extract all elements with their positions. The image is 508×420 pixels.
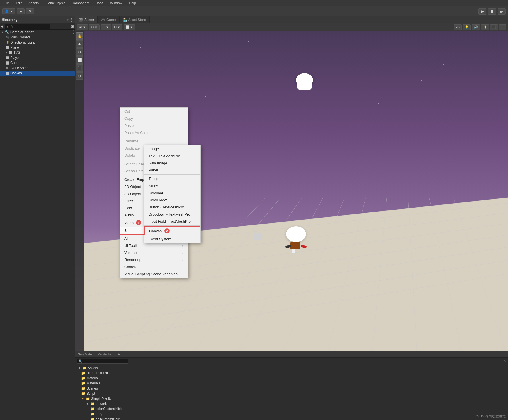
project-folder-halfcustomizible[interactable]: 📁 halfcustomizible (77, 417, 149, 420)
hierarchy-menu-icon[interactable]: ⋮ (70, 18, 73, 22)
hierarchy-item-cube[interactable]: ⬜ Cube (0, 60, 75, 65)
context-menu-paste-as-child[interactable]: Paste As Child (120, 129, 188, 136)
scene-tab-asset-label: Asset Store (128, 18, 146, 22)
submenu-panel[interactable]: Panel (144, 167, 200, 174)
scene-tab-asset-store[interactable]: 🏪 Asset Store (120, 16, 150, 23)
scene-render-btn[interactable]: ⬜▼ (124, 24, 135, 30)
submenu-button-tmp[interactable]: Button - TextMeshPro (144, 204, 200, 211)
hierarchy-add-btn[interactable]: + (1, 24, 3, 29)
scene-tool-hand[interactable]: ✋ (76, 32, 83, 40)
plane-icon: ⬜ (6, 46, 9, 49)
context-menu-rendering[interactable]: Rendering › (120, 256, 188, 263)
context-menu-visual-scripting[interactable]: Visual Scripting Scene Variables (120, 270, 188, 278)
submenu-dropdown-tmp[interactable]: Dropdown - TextMeshPro (144, 211, 200, 218)
submenu-scroll-view[interactable]: Scroll View (144, 196, 200, 204)
submenu-slider-label: Slider (149, 184, 158, 188)
project-folder-scenes[interactable]: 📁 Scenes (77, 386, 149, 391)
hierarchy-layout-icon[interactable]: ⊞ (71, 24, 74, 28)
cloud-button[interactable]: ☁ (17, 8, 25, 14)
menu-help[interactable]: Help (128, 1, 137, 6)
context-menu-ui-toolkit[interactable]: UI Toolkit › (120, 242, 188, 249)
context-menu-camera[interactable]: Camera (120, 263, 188, 270)
project-folder-material[interactable]: 📁 Material (77, 376, 149, 381)
scene-tool-combined[interactable]: ⚙ (76, 72, 83, 80)
menu-assets[interactable]: Assets (27, 1, 40, 6)
step-button[interactable]: ⏭ (498, 8, 506, 15)
scene-2d-btn[interactable]: 2D (454, 24, 462, 30)
submenu-canvas[interactable]: Canvas 2 (144, 226, 200, 235)
submenu-event-system-label: Event System (149, 237, 171, 241)
submenu-raw-image-label: Raw Image (149, 161, 167, 165)
scene-more-btn[interactable]: ⋮ (499, 24, 506, 30)
project-folder-materials[interactable]: 📁 Materials (77, 381, 149, 386)
scene-view[interactable]: ✋ ✚ ↺ ⬜ ⬛ ⚙ (75, 31, 508, 357)
hierarchy-item-directional-light[interactable]: 💡 Directional Light (0, 40, 75, 45)
volume-arrow: › (182, 251, 183, 255)
hierarchy-item-player[interactable]: ⬜ Player (0, 55, 75, 60)
scene-tool-rotate[interactable]: ↺ (76, 48, 83, 56)
submenu-canvas-label: Canvas (149, 229, 162, 233)
canvas-submenu-badge: 2 (164, 228, 170, 233)
submenu-raw-image[interactable]: Raw Image (144, 160, 200, 167)
project-folder-colorcustomizible[interactable]: 📁 colorCustomizible (77, 406, 149, 411)
paste-label: Paste (124, 123, 134, 128)
submenu-image[interactable]: Image (144, 145, 200, 152)
scene-cam-btn[interactable]: ⬛ (490, 24, 498, 30)
project-folder-gray[interactable]: 📁 gray (77, 411, 149, 417)
submenu-slider[interactable]: Slider (144, 182, 200, 189)
hierarchy-item-eventsystem[interactable]: ⚙ EventSystem (0, 65, 75, 71)
settings-button[interactable]: ⚙ (26, 8, 34, 14)
project-folder-boxophobic[interactable]: 📁 BOXOPHOBIC (77, 371, 149, 376)
hierarchy-item-main-camera[interactable]: 📷 Main Camera (0, 35, 75, 40)
scene-gizmo-btn[interactable]: ⚙▼ (89, 24, 100, 30)
submenu-event-system[interactable]: Event System (144, 235, 200, 243)
menu-gameobject[interactable]: GameObject (44, 1, 66, 6)
scene-view-btn[interactable]: 👁▼ (77, 24, 88, 30)
submenu-scrollbar[interactable]: Scrollbar (144, 189, 200, 196)
scene-snap-btn[interactable]: ⊟▼ (112, 24, 122, 30)
hierarchy-item-tvg[interactable]: ▶ ⬜ TVG (0, 50, 75, 55)
menu-component[interactable]: Component (70, 1, 90, 6)
project-folder-assets[interactable]: ▼ 📁 Assets (77, 365, 149, 371)
scene-tab-scene-icon: 🎬 (79, 18, 83, 22)
scene-tool-rect[interactable]: ⬛ (76, 64, 83, 72)
project-folder-script[interactable]: 📁 Script (77, 391, 149, 396)
account-button[interactable]: 👤 ▼ (2, 8, 15, 14)
context-menu-paste[interactable]: Paste (120, 122, 188, 129)
hierarchy-scene-menu[interactable]: ⋮ (72, 30, 75, 34)
context-menu-cut[interactable]: Cut (120, 108, 188, 115)
scene-tab-scene[interactable]: 🎬 Scene (75, 16, 98, 23)
boxophobic-folder-icon: 📁 (81, 371, 85, 375)
hierarchy-add-icon[interactable]: + (67, 18, 69, 22)
scene-light-btn[interactable]: 💡 (463, 24, 471, 30)
project-folder-artwork[interactable]: ▼ 📁 artwork (77, 401, 149, 406)
scene-fx-btn[interactable]: ✨ (481, 24, 489, 30)
hierarchy-search-input[interactable] (5, 24, 50, 29)
context-menu-rename[interactable]: Rename (120, 138, 188, 145)
scene-audio-btn[interactable]: 🔊 (472, 24, 480, 30)
bottom-search-expand[interactable]: ⤡ (504, 359, 506, 363)
scene-tab-game[interactable]: 🎮 Game (98, 16, 120, 23)
menu-jobs[interactable]: Jobs (95, 1, 104, 6)
bottom-search-input[interactable] (77, 359, 128, 364)
scene-player-object (285, 226, 307, 243)
scene-tool-move[interactable]: ✚ (76, 40, 83, 48)
hierarchy-item-canvas[interactable]: ⬜ Canvas (0, 71, 75, 76)
context-menu-copy[interactable]: Copy (120, 115, 188, 122)
asset-more: ▶ (118, 352, 120, 356)
scene-grid-btn[interactable]: ⊞▼ (101, 24, 111, 30)
submenu-text-textmeshpro[interactable]: Text - TextMeshPro (144, 152, 200, 160)
menu-file[interactable]: File (2, 1, 10, 6)
scene-tools-sidebar: ✋ ✚ ↺ ⬜ ⬛ ⚙ (75, 31, 84, 357)
menu-window[interactable]: Window (109, 1, 124, 6)
submenu-toggle[interactable]: Toggle (144, 175, 200, 182)
hierarchy-item-plane[interactable]: ⬜ Plane (0, 45, 75, 50)
submenu-input-field-tmp[interactable]: Input Field - TextMeshPro (144, 218, 200, 225)
project-folder-simplepixelui[interactable]: ▼ 📁 SimplePixelUI (77, 396, 149, 401)
hierarchy-scene-root[interactable]: ▼ 🔧 SampleScene* ⋮ (0, 30, 75, 35)
context-menu-volume[interactable]: Volume › (120, 249, 188, 256)
play-button[interactable]: ▶ (478, 8, 486, 15)
pause-button[interactable]: ⏸ (488, 8, 496, 15)
menu-edit[interactable]: Edit (15, 1, 23, 6)
scene-tool-scale[interactable]: ⬜ (76, 56, 83, 64)
